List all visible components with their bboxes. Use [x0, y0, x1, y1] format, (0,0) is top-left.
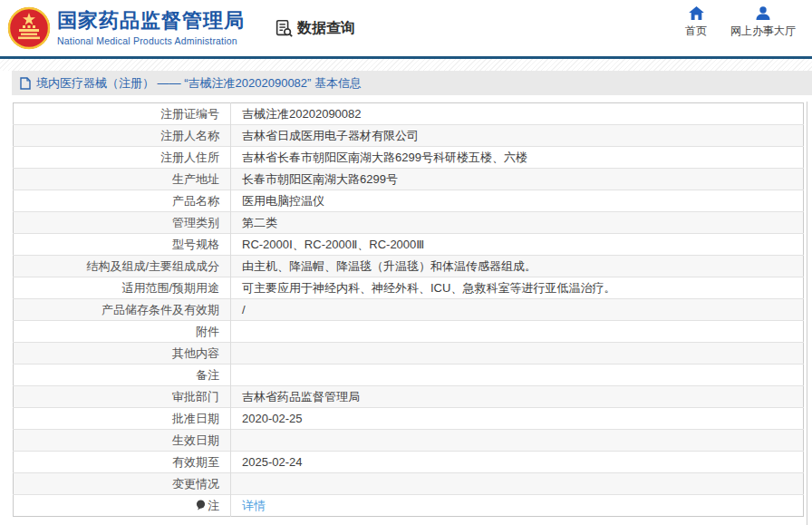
nav-item-home[interactable]: 首页 — [685, 6, 707, 39]
row-label: 注 — [14, 495, 231, 517]
row-value: 由主机、降温帽、降温毯（升温毯）和体温传感器组成。 — [231, 256, 804, 277]
site-header: 国家药品监督管理局 National Medical Products Admi… — [0, 0, 812, 56]
top-nav: 首页 网上办事大厅 — [685, 6, 796, 39]
table-row: 注册人名称吉林省日成医用电子器材有限公司 — [14, 125, 804, 147]
table-row: 管理类别第二类 — [14, 212, 804, 234]
table-row: 备注 — [14, 365, 804, 386]
table-row: 产品储存条件及有效期/ — [14, 299, 804, 321]
row-value: 吉林省药品监督管理局 — [231, 386, 804, 408]
row-value: 医用电脑控温仪 — [231, 190, 804, 212]
table-row: 适用范围/预期用途可主要应用于神经内科、神经外科、ICU、急救科室等进行亚低温治… — [14, 277, 804, 299]
table-row: 生效日期 — [14, 430, 804, 452]
row-value: 可主要应用于神经内科、神经外科、ICU、急救科室等进行亚低温治疗。 — [231, 277, 804, 299]
nav-item-service-hall[interactable]: 网上办事大厅 — [730, 6, 796, 39]
row-label: 注册人住所 — [14, 147, 231, 169]
table-row-note: 注 详情 — [14, 495, 804, 517]
page: 国家药品监督管理局 National Medical Products Admi… — [0, 0, 812, 525]
row-value: 吉械注准20202090082 — [231, 103, 804, 125]
row-value — [231, 343, 804, 365]
detail-link[interactable]: 详情 — [242, 499, 266, 512]
site-subtitle: National Medical Products Administration — [57, 35, 245, 46]
row-label: 附件 — [14, 321, 231, 343]
national-emblem-icon — [7, 5, 51, 51]
nav-home-label: 首页 — [685, 24, 707, 39]
breadcrumb: 境内医疗器械（注册） —— “吉械注准20202090082” 基本信息 — [12, 71, 812, 95]
row-value: 吉林省长春市朝阳区南湖大路6299号科研楼五楼、六楼 — [231, 147, 804, 169]
table-row: 批准日期2020-02-25 — [14, 408, 804, 430]
table-row: 变更情况 — [14, 473, 804, 495]
row-label: 生效日期 — [14, 430, 231, 452]
row-label: 管理类别 — [14, 212, 231, 234]
row-label: 变更情况 — [14, 473, 231, 495]
comment-balloon-icon — [196, 500, 206, 510]
nav-hall-label: 网上办事大厅 — [730, 24, 796, 39]
row-label: 产品名称 — [14, 190, 231, 212]
home-icon — [689, 6, 704, 20]
site-title-block: 国家药品监督管理局 National Medical Products Admi… — [57, 10, 245, 45]
hatch-texture-strip — [0, 59, 812, 71]
row-label: 产品储存条件及有效期 — [14, 299, 231, 321]
row-value — [231, 365, 804, 386]
table-row: 生产地址长春市朝阳区南湖大路6299号 — [14, 169, 804, 190]
row-value: 详情 — [231, 495, 804, 517]
data-query-button[interactable]: 数据查询 — [274, 18, 355, 38]
spacer — [0, 95, 812, 102]
table-row: 注册证编号吉械注准20202090082 — [14, 103, 804, 125]
row-value: 第二类 — [231, 212, 804, 234]
row-label: 批准日期 — [14, 408, 231, 430]
table-row: 其他内容 — [14, 343, 804, 365]
row-value — [231, 473, 804, 495]
row-value: 长春市朝阳区南湖大路6299号 — [231, 169, 804, 190]
registration-info-table: 注册证编号吉械注准20202090082 注册人名称吉林省日成医用电子器材有限公… — [13, 102, 804, 517]
row-label: 有效期至 — [14, 452, 231, 473]
data-query-label: 数据查询 — [297, 19, 355, 38]
document-icon — [20, 77, 31, 90]
table-row: 产品名称医用电脑控温仪 — [14, 190, 804, 212]
row-label: 审批部门 — [14, 386, 231, 408]
table-row: 型号规格RC-2000Ⅰ、RC-2000Ⅱ、RC-2000Ⅲ — [14, 234, 804, 256]
row-label: 结构及组成/主要组成成分 — [14, 256, 231, 277]
row-label: 型号规格 — [14, 234, 231, 256]
table-row: 审批部门吉林省药品监督管理局 — [14, 386, 804, 408]
row-value: 2020-02-25 — [231, 408, 804, 430]
row-label: 其他内容 — [14, 343, 231, 365]
table-row: 附件 — [14, 321, 804, 343]
row-value — [231, 430, 804, 452]
site-title: 国家药品监督管理局 — [57, 10, 245, 32]
table-row: 注册人住所吉林省长春市朝阳区南湖大路6299号科研楼五楼、六楼 — [14, 147, 804, 169]
note-label: 注 — [208, 499, 219, 512]
row-label: 生产地址 — [14, 169, 231, 190]
scrollbar-track[interactable] — [807, 102, 807, 525]
table-row: 结构及组成/主要组成成分由主机、降温帽、降温毯（升温毯）和体温传感器组成。 — [14, 256, 804, 277]
user-icon — [756, 6, 770, 20]
row-label: 备注 — [14, 365, 231, 386]
row-value: / — [231, 299, 804, 321]
row-value: RC-2000Ⅰ、RC-2000Ⅱ、RC-2000Ⅲ — [231, 234, 804, 256]
row-value: 吉林省日成医用电子器材有限公司 — [231, 125, 804, 147]
table-row: 有效期至2025-02-24 — [14, 452, 804, 473]
breadcrumb-text: 境内医疗器械（注册） —— “吉械注准20202090082” 基本信息 — [36, 75, 362, 92]
row-label: 注册证编号 — [14, 103, 231, 125]
row-value: 2025-02-24 — [231, 452, 804, 473]
row-value — [231, 321, 804, 343]
row-label: 注册人名称 — [14, 125, 231, 147]
row-label: 适用范围/预期用途 — [14, 277, 231, 299]
document-search-icon — [274, 18, 294, 38]
